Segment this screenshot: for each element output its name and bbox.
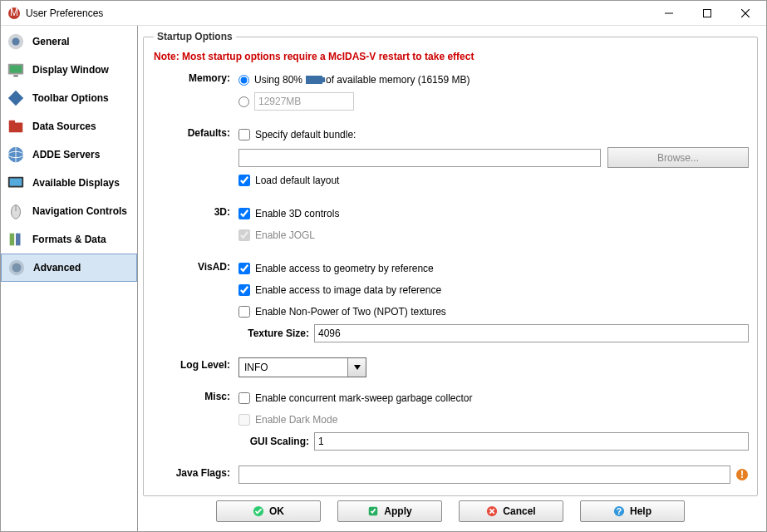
cancel-button[interactable]: Cancel (459, 500, 563, 522)
sidebar-item-toolbar-options[interactable]: Toolbar Options (1, 84, 137, 112)
bundle-path-input[interactable] (238, 149, 601, 167)
defaults-label: Defaults: (154, 126, 230, 139)
monitor-icon (6, 173, 26, 193)
svg-text:M: M (10, 7, 18, 18)
texture-size-label: Texture Size: (238, 328, 309, 339)
drives-icon (6, 229, 26, 249)
ok-button[interactable]: OK (216, 500, 321, 522)
svg-rect-3 (704, 9, 711, 17)
group-title: Startup Options (154, 31, 236, 42)
visad-geometry-checkbox[interactable] (238, 263, 250, 274)
svg-rect-18 (10, 179, 22, 186)
apply-button[interactable]: Apply (337, 500, 442, 522)
misc-label: Misc: (154, 389, 230, 402)
mouse-icon (6, 201, 26, 221)
sidebar-item-navigation-controls[interactable]: Navigation Controls (1, 197, 137, 225)
svg-marker-11 (8, 91, 23, 106)
restart-note: Note: Most startup options require a McI… (154, 51, 749, 62)
gui-scaling-label: GUI Scaling: (238, 436, 309, 447)
maximize-button[interactable] (688, 2, 726, 25)
visad-image-checkbox[interactable] (238, 284, 250, 296)
sidebar-item-adde-servers[interactable]: ADDE Servers (1, 140, 137, 169)
visad-label: VisAD: (154, 259, 230, 273)
svg-rect-21 (10, 234, 15, 246)
specify-bundle-checkbox[interactable] (238, 129, 250, 140)
window-title: User Preferences (26, 7, 650, 19)
three-d-label: 3D: (154, 204, 230, 218)
log-level-select[interactable] (238, 357, 366, 377)
sidebar: General Display Window Toolbar Options D… (1, 26, 138, 531)
sidebar-item-available-displays[interactable]: Available Displays (1, 169, 137, 197)
visad-npot-checkbox[interactable] (238, 306, 250, 318)
svg-rect-10 (13, 75, 18, 76)
sidebar-item-advanced[interactable]: Advanced (1, 254, 137, 282)
gc-checkbox[interactable] (238, 392, 250, 404)
globe-advanced-icon (7, 258, 27, 278)
close-button[interactable] (726, 2, 765, 25)
gui-scaling-input[interactable] (314, 432, 749, 451)
texture-size-input[interactable] (314, 324, 749, 342)
memory-label: Memory: (154, 71, 230, 84)
enable-jogl-checkbox (238, 229, 250, 241)
svg-point-24 (12, 264, 22, 273)
diamond-icon (6, 88, 26, 108)
sidebar-item-display-window[interactable]: Display Window (1, 56, 137, 84)
java-flags-label: Java Flags: (154, 466, 230, 479)
sidebar-item-data-sources[interactable]: Data Sources (1, 112, 137, 140)
java-flags-input[interactable] (238, 466, 730, 484)
titlebar: M User Preferences (1, 1, 766, 26)
folder-icon (6, 116, 26, 136)
globe-icon (6, 145, 26, 165)
dark-mode-checkbox (238, 414, 250, 426)
svg-rect-12 (9, 122, 23, 132)
chevron-down-icon[interactable] (347, 358, 366, 377)
browse-button[interactable]: Browse... (607, 147, 749, 168)
monitor-icon (6, 60, 26, 80)
app-icon: M (7, 7, 21, 20)
svg-rect-13 (9, 121, 15, 124)
warning-icon: ! (735, 468, 749, 481)
svg-text:!: ! (740, 469, 744, 480)
load-layout-checkbox[interactable] (238, 175, 250, 186)
gear-icon (6, 32, 26, 52)
memory-fixed-input[interactable] (254, 92, 354, 111)
startup-options-group: Startup Options Note: Most startup optio… (143, 31, 758, 496)
log-level-label: Log Level: (154, 357, 230, 371)
minimize-button[interactable] (650, 2, 688, 25)
svg-text:?: ? (617, 506, 622, 516)
svg-rect-9 (10, 66, 22, 73)
memory-fixed-radio[interactable] (238, 96, 249, 107)
memory-chip-icon (306, 76, 322, 84)
svg-rect-22 (16, 234, 21, 246)
memory-percent-radio[interactable] (238, 75, 249, 86)
svg-point-7 (12, 37, 19, 45)
svg-marker-25 (354, 365, 361, 370)
sidebar-item-formats-data[interactable]: Formats & Data (1, 225, 137, 254)
enable-3d-checkbox[interactable] (238, 208, 250, 219)
help-button[interactable]: ? Help (580, 500, 685, 522)
button-bar: OK Apply Cancel ? Help (143, 496, 758, 526)
sidebar-item-general[interactable]: General (1, 27, 137, 56)
